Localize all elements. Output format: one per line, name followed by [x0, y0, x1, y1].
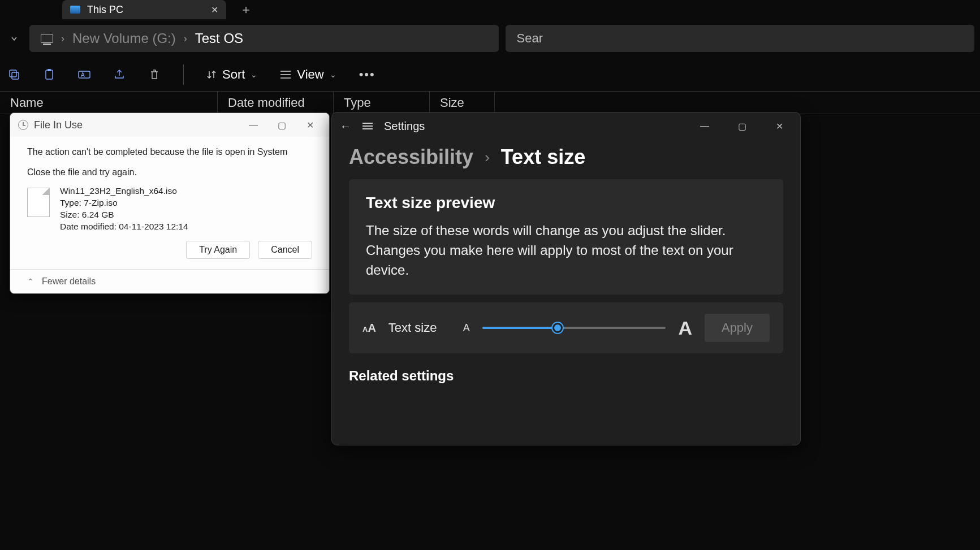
file-type: Type: 7-Zip.iso — [60, 197, 188, 209]
small-a-icon: A — [463, 322, 470, 334]
column-header-row: Name Date modified Type Size — [0, 92, 980, 114]
breadcrumb-current: Text size — [501, 145, 585, 169]
column-header-name[interactable]: Name — [0, 92, 218, 114]
nav-back-chevron-icon[interactable] — [6, 30, 23, 47]
svg-rect-1 — [12, 72, 19, 79]
address-bar[interactable]: › New Volume (G:) › Test OS — [29, 25, 499, 52]
chevron-up-icon: ⌃ — [27, 277, 34, 286]
chevron-down-icon: ⌄ — [251, 70, 257, 79]
column-header-date[interactable]: Date modified — [218, 92, 334, 114]
clock-icon — [18, 120, 28, 130]
text-size-icon: AA — [362, 322, 376, 335]
svg-rect-0 — [10, 70, 16, 77]
close-button[interactable]: ✕ — [766, 117, 792, 135]
dialog-footer[interactable]: ⌃ Fewer details — [10, 269, 329, 293]
settings-window: ← Settings — ▢ ✕ Accessibility › Text si… — [331, 112, 801, 445]
cancel-button[interactable]: Cancel — [258, 241, 312, 259]
tab-close-icon[interactable]: ✕ — [211, 5, 218, 15]
dialog-title-bar[interactable]: File In Use — ▢ ✕ — [10, 113, 329, 137]
this-pc-icon — [70, 6, 80, 14]
view-icon — [280, 70, 291, 79]
share-icon[interactable] — [113, 68, 126, 81]
settings-breadcrumb: Accessibility › Text size — [349, 145, 783, 169]
explorer-toolbar: A Sort ⌄ View ⌄ ••• — [0, 58, 980, 92]
explorer-tab[interactable]: This PC ✕ — [62, 0, 226, 19]
apply-button[interactable]: Apply — [705, 314, 770, 342]
view-button[interactable]: View ⌄ — [280, 67, 336, 82]
search-input[interactable]: Sear — [506, 25, 975, 52]
settings-app-name: Settings — [384, 120, 680, 133]
dialog-button-row: Try Again Cancel — [27, 241, 312, 261]
try-again-button[interactable]: Try Again — [186, 241, 250, 259]
text-size-slider[interactable] — [482, 327, 666, 329]
slider-label: Text size — [388, 321, 451, 335]
sort-icon — [206, 70, 217, 80]
preview-title: Text size preview — [366, 194, 766, 212]
hamburger-icon[interactable] — [362, 123, 373, 129]
text-size-slider-card: AA Text size A A Apply — [349, 302, 783, 353]
settings-body: Accessibility › Text size Text size prev… — [332, 140, 800, 395]
file-in-use-dialog: File In Use — ▢ ✕ The action can't be co… — [10, 112, 330, 294]
text-size-preview-card: Text size preview The size of these word… — [349, 179, 783, 295]
minimize-button[interactable]: — — [242, 116, 265, 133]
new-tab-button[interactable]: ＋ — [240, 1, 252, 18]
pc-icon — [41, 34, 53, 43]
dialog-title: File In Use — [34, 119, 236, 131]
explorer-tab-bar: This PC ✕ ＋ — [0, 0, 980, 19]
back-icon[interactable]: ← — [340, 120, 351, 133]
fewer-details-label: Fewer details — [42, 276, 96, 287]
dialog-file-row: Win11_23H2_English_x64.iso Type: 7-Zip.i… — [27, 185, 312, 233]
file-icon — [27, 188, 50, 217]
svg-text:A: A — [81, 72, 85, 78]
more-options-icon[interactable]: ••• — [359, 67, 375, 82]
preview-text: The size of these words will change as y… — [366, 221, 766, 280]
dialog-file-info: Win11_23H2_English_x64.iso Type: 7-Zip.i… — [60, 185, 188, 233]
maximize-button[interactable]: ▢ — [729, 117, 755, 135]
slider-thumb[interactable] — [552, 323, 563, 333]
tab-title: This PC — [87, 4, 204, 16]
file-name: Win11_23H2_English_x64.iso — [60, 185, 188, 197]
toolbar-separator — [183, 64, 184, 85]
file-date: Date modified: 04-11-2023 12:14 — [60, 221, 188, 233]
svg-rect-3 — [48, 69, 51, 71]
search-placeholder: Sear — [517, 31, 543, 46]
column-header-type[interactable]: Type — [334, 92, 430, 114]
close-button[interactable]: ✕ — [299, 116, 321, 133]
slider-fill — [482, 327, 558, 329]
breadcrumb-parent[interactable]: Accessibility — [349, 145, 473, 169]
breadcrumb-seg-folder[interactable]: Test OS — [195, 31, 243, 46]
copy-icon[interactable] — [43, 68, 55, 81]
sort-button[interactable]: Sort ⌄ — [206, 67, 257, 82]
dialog-body: The action can't be completed because th… — [10, 137, 329, 269]
maximize-button[interactable]: ▢ — [270, 116, 293, 133]
chevron-down-icon: ⌄ — [330, 70, 336, 79]
file-size: Size: 6.24 GB — [60, 209, 188, 221]
related-settings-heading: Related settings — [349, 368, 783, 384]
delete-icon[interactable] — [148, 68, 161, 81]
column-header-size[interactable]: Size — [430, 92, 495, 114]
sort-label: Sort — [222, 67, 245, 82]
svg-rect-2 — [46, 70, 53, 79]
chevron-right-icon: › — [184, 33, 187, 45]
rename-icon[interactable]: A — [78, 68, 90, 81]
view-label: View — [297, 67, 323, 82]
dialog-message-main: The action can't be completed because th… — [27, 147, 312, 157]
dialog-message-sub: Close the file and try again. — [27, 167, 312, 177]
cut-icon[interactable] — [8, 68, 20, 81]
settings-title-bar[interactable]: ← Settings — ▢ ✕ — [332, 112, 800, 140]
address-row: › New Volume (G:) › Test OS Sear — [0, 19, 980, 58]
large-a-icon: A — [678, 317, 692, 339]
chevron-right-icon: › — [485, 149, 490, 166]
chevron-right-icon: › — [61, 33, 64, 45]
minimize-button[interactable]: — — [692, 117, 718, 135]
breadcrumb-seg-volume[interactable]: New Volume (G:) — [72, 31, 176, 46]
